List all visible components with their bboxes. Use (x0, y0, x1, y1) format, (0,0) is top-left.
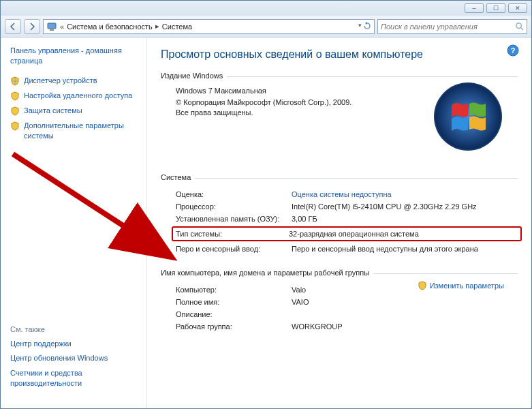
rating-row: Оценка: Оценка системы недоступна (176, 188, 518, 200)
svg-rect-0 (48, 23, 56, 29)
full-name-row: Полное имя: VAIO (176, 296, 518, 308)
pen-row: Перо и сенсорный ввод: Перо и сенсорный … (176, 243, 518, 255)
search-input[interactable] (381, 22, 515, 31)
cpu-value: Intel(R) Core(TM) i5-2410M CPU @ 2.30GHz… (292, 202, 518, 211)
svg-point-2 (516, 23, 522, 29)
sidebar-link-device-manager[interactable]: Диспетчер устройств (10, 76, 137, 86)
copyright: © Корпорация Майкрософт (Microsoft Corp.… (176, 97, 366, 119)
wg-value: WORKGROUP (292, 322, 518, 331)
main-panel: ? Просмотр основных сведений о вашем ком… (147, 37, 531, 408)
see-also-heading: См. также (10, 325, 137, 333)
see-also-performance[interactable]: Счетчики и средства производительности (10, 368, 137, 389)
sidebar-link-label: Диспетчер устройств (24, 76, 97, 86)
shield-icon (10, 106, 20, 116)
see-also-windows-update[interactable]: Центр обновления Windows (10, 353, 137, 363)
wg-label: Рабочая группа: (176, 322, 292, 331)
edition-heading: Издание Windows (161, 72, 227, 80)
address-bar[interactable]: « Система и безопасность ▸ Система ▾ (43, 19, 375, 34)
pc-label: Компьютер: (176, 286, 292, 294)
sidebar: Панель управления - домашняя страница Ди… (1, 37, 147, 408)
workgroup-section: Имя компьютера, имя домена и параметры р… (161, 269, 518, 333)
windows-logo-icon (433, 81, 504, 153)
back-button[interactable] (5, 19, 21, 34)
svg-line-3 (520, 28, 523, 31)
svg-rect-1 (50, 29, 54, 31)
system-properties-window: – ☐ ✕ « Система и безопасность ▸ Система… (0, 0, 532, 409)
minimize-button[interactable]: – (465, 3, 484, 13)
help-icon[interactable]: ? (507, 44, 519, 57)
description-row: Описание: (176, 308, 518, 320)
page-title: Просмотр основных сведений о вашем компь… (161, 48, 518, 61)
ram-row: Установленная память (ОЗУ): 3,00 ГБ (176, 213, 518, 225)
pen-value: Перо и сенсорный ввод недоступны для это… (292, 245, 518, 253)
ram-label: Установленная память (ОЗУ): (176, 215, 292, 223)
system-type-row-highlighted: Тип системы: 32-разрядная операционная с… (172, 226, 522, 241)
refresh-icon[interactable] (363, 22, 371, 31)
titlebar: – ☐ ✕ (1, 1, 531, 16)
sidebar-link-remote[interactable]: Настройка удаленного доступа (10, 91, 137, 101)
sidebar-link-label: Защита системы (24, 106, 82, 116)
windows-edition-section: Издание Windows (161, 72, 518, 119)
sidebar-link-label: Дополнительные параметры системы (24, 121, 137, 141)
sidebar-link-protection[interactable]: Защита системы (10, 106, 137, 116)
see-also: См. также Центр поддержки Центр обновлен… (10, 325, 137, 400)
computer-icon (46, 21, 57, 32)
cpu-label: Процессор: (176, 202, 292, 211)
search-icon[interactable] (515, 22, 524, 31)
see-also-action-center[interactable]: Центр поддержки (10, 339, 137, 349)
shield-icon (10, 76, 20, 86)
type-value: 32-разрядная операционная система (289, 230, 518, 238)
ram-value: 3,00 ГБ (292, 215, 518, 223)
change-settings-link[interactable]: Изменить параметры (418, 281, 504, 290)
svg-text:?: ? (511, 46, 516, 55)
search-box[interactable] (377, 19, 527, 34)
desc-label: Описание: (176, 310, 292, 318)
rating-label: Оценка: (176, 190, 292, 198)
system-section: Система Оценка: Оценка системы недоступн… (161, 173, 518, 255)
system-heading: Система (161, 173, 195, 181)
full-value: VAIO (292, 298, 518, 306)
svg-point-7 (435, 84, 501, 149)
workgroup-heading: Имя компьютера, имя домена и параметры р… (161, 269, 373, 277)
shield-icon (10, 91, 20, 101)
full-label: Полное имя: (176, 298, 292, 306)
dropdown-icon[interactable]: ▾ (358, 22, 362, 31)
control-panel-home-link[interactable]: Панель управления - домашняя страница (10, 46, 137, 66)
breadcrumb-seg2[interactable]: Система (162, 22, 192, 31)
maximize-button[interactable]: ☐ (486, 3, 505, 13)
shield-icon (418, 281, 427, 290)
body: Панель управления - домашняя страница Ди… (1, 37, 531, 408)
close-button[interactable]: ✕ (508, 3, 527, 13)
desc-value (292, 310, 518, 318)
cpu-row: Процессор: Intel(R) Core(TM) i5-2410M CP… (176, 200, 518, 213)
type-label: Тип системы: (176, 230, 289, 238)
arrow-left-icon (9, 22, 17, 31)
forward-button[interactable] (24, 19, 40, 34)
sidebar-link-label: Настройка удаленного доступа (24, 91, 132, 101)
navbar: « Система и безопасность ▸ Система ▾ (1, 16, 531, 37)
rating-value[interactable]: Оценка системы недоступна (292, 190, 518, 198)
change-label: Изменить параметры (430, 282, 504, 290)
sidebar-link-advanced[interactable]: Дополнительные параметры системы (10, 121, 137, 141)
pen-label: Перо и сенсорный ввод: (176, 245, 292, 253)
shield-icon (10, 121, 20, 131)
breadcrumb-prefix: « (60, 22, 64, 31)
workgroup-row: Рабочая группа: WORKGROUP (176, 320, 518, 333)
breadcrumb-seg1[interactable]: Система и безопасность (67, 22, 153, 31)
arrow-right-icon (28, 22, 36, 31)
